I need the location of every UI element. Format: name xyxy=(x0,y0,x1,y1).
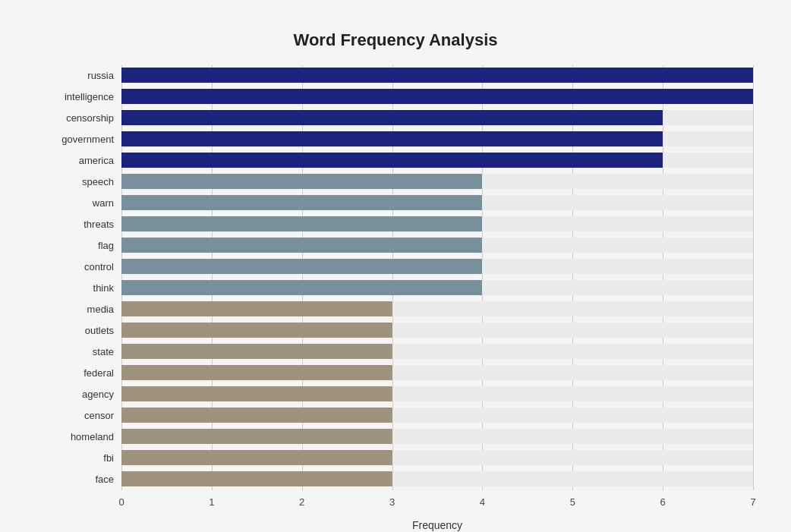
grid-line xyxy=(753,65,754,490)
bar-row: outlets xyxy=(38,320,753,340)
bar-track xyxy=(121,259,753,274)
bar-track xyxy=(121,280,753,295)
bar-track xyxy=(121,216,753,231)
bar-label: outlets xyxy=(38,325,121,336)
chart-container: Word Frequency Analysis russiaintelligen… xyxy=(15,15,776,532)
x-axis-ticks: 01234567 xyxy=(121,496,753,519)
bar-track xyxy=(121,386,753,401)
bar-fill xyxy=(121,450,392,465)
bar-fill xyxy=(121,429,392,444)
x-tick: 1 xyxy=(209,496,214,508)
bar-fill xyxy=(121,174,482,189)
bar-label: censorship xyxy=(38,112,121,124)
bar-row: think xyxy=(38,278,753,297)
bar-track xyxy=(121,153,753,168)
bar-row: censorship xyxy=(38,108,753,127)
bar-label: state xyxy=(38,346,121,357)
bar-row: federal xyxy=(38,363,753,382)
bar-track xyxy=(121,110,753,125)
bar-fill xyxy=(121,89,753,104)
bar-track xyxy=(121,450,753,465)
bar-row: intelligence xyxy=(38,87,753,106)
bar-row: russia xyxy=(38,65,753,85)
bar-track xyxy=(121,195,753,210)
bar-fill xyxy=(121,408,392,423)
bar-fill xyxy=(121,259,482,274)
bar-track xyxy=(121,429,753,444)
x-axis-label-row: Frequency xyxy=(38,519,753,531)
bar-track xyxy=(121,365,753,380)
bar-fill xyxy=(121,365,392,380)
bar-label: federal xyxy=(38,367,121,379)
bar-label: face xyxy=(38,474,121,485)
bar-fill xyxy=(121,131,663,146)
bar-label: media xyxy=(38,304,121,315)
bars-area: russiaintelligencecensorshipgovernmentam… xyxy=(38,65,753,490)
bar-row: fbi xyxy=(38,448,753,467)
bar-label: government xyxy=(38,134,121,145)
bar-track xyxy=(121,238,753,253)
bar-label: homeland xyxy=(38,431,121,442)
bar-row: agency xyxy=(38,384,753,404)
bar-fill xyxy=(121,153,663,168)
bar-track xyxy=(121,471,753,486)
bar-label: censor xyxy=(38,410,121,421)
x-tick: 4 xyxy=(480,496,485,508)
bar-fill xyxy=(121,238,482,253)
bar-label: russia xyxy=(38,70,121,81)
bar-label: america xyxy=(38,155,121,166)
bar-label: fbi xyxy=(38,452,121,464)
bar-row: threats xyxy=(38,214,753,234)
bar-track xyxy=(121,344,753,359)
x-axis: 01234567 xyxy=(38,496,753,519)
bar-row: america xyxy=(38,150,753,170)
bar-fill xyxy=(121,216,482,231)
bar-label: think xyxy=(38,282,121,294)
bar-track xyxy=(121,131,753,146)
bar-row: face xyxy=(38,469,753,489)
bar-label: speech xyxy=(38,176,121,187)
x-tick: 3 xyxy=(389,496,395,508)
bars-wrapper: russiaintelligencecensorshipgovernmentam… xyxy=(38,65,753,490)
x-axis-label: Frequency xyxy=(121,519,753,531)
bar-fill xyxy=(121,386,392,401)
bar-label: intelligence xyxy=(38,91,121,102)
bar-row: government xyxy=(38,129,753,149)
bar-row: homeland xyxy=(38,427,753,446)
bar-label: control xyxy=(38,261,121,272)
bar-track xyxy=(121,68,753,83)
bar-track xyxy=(121,89,753,104)
bar-label: agency xyxy=(38,389,121,400)
x-axis-label-spacer xyxy=(38,519,121,531)
bar-track xyxy=(121,174,753,189)
bar-fill xyxy=(121,344,392,359)
x-tick: 2 xyxy=(299,496,304,508)
bar-row: state xyxy=(38,342,753,361)
x-tick: 5 xyxy=(570,496,575,508)
bar-track xyxy=(121,408,753,423)
x-tick: 7 xyxy=(750,496,755,508)
bar-fill xyxy=(121,323,392,338)
bar-fill xyxy=(121,280,482,295)
x-tick: 0 xyxy=(118,496,124,508)
bar-fill xyxy=(121,471,392,486)
bar-label: flag xyxy=(38,240,121,251)
bar-row: media xyxy=(38,299,753,319)
bar-track xyxy=(121,301,753,316)
bar-label: threats xyxy=(38,219,121,230)
bar-fill xyxy=(121,110,663,125)
bar-fill xyxy=(121,68,753,83)
bar-row: flag xyxy=(38,235,753,255)
x-tick: 6 xyxy=(660,496,666,508)
bar-track xyxy=(121,323,753,338)
bar-row: warn xyxy=(38,193,753,212)
chart-title: Word Frequency Analysis xyxy=(38,30,753,50)
bar-label: warn xyxy=(38,197,121,209)
bar-row: speech xyxy=(38,172,753,191)
bar-row: censor xyxy=(38,405,753,425)
bar-fill xyxy=(121,195,482,210)
bar-fill xyxy=(121,301,392,316)
bar-row: control xyxy=(38,257,753,276)
